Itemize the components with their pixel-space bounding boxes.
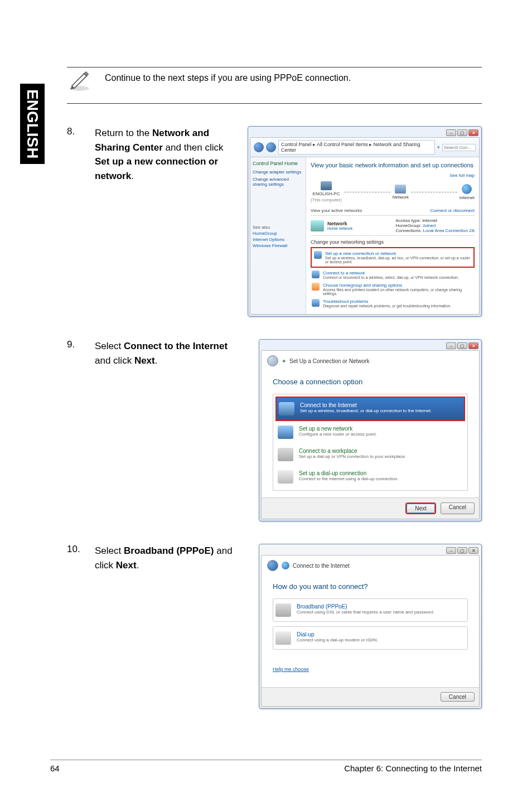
step-number: 8. <box>67 126 86 137</box>
globe-icon <box>282 562 289 569</box>
back-icon[interactable] <box>254 142 264 152</box>
homegroup-link[interactable]: HomeGroup <box>253 231 303 236</box>
note-text: Continue to the next steps if you are us… <box>105 67 351 83</box>
connect-icon <box>312 270 320 278</box>
cancel-button[interactable]: Cancel <box>441 503 475 514</box>
close-icon[interactable]: ✕ <box>468 547 478 554</box>
broadband-pppoe-option[interactable]: Broadband (PPPoE)Connect using DSL or ca… <box>273 598 468 622</box>
change-sharing-link[interactable]: Change advanced sharing settings <box>253 177 303 187</box>
see-also-label: See also <box>253 225 303 230</box>
highlighted-option: Set up a new connection or networkSet up… <box>311 247 475 268</box>
maximize-icon[interactable]: ▢ <box>457 547 467 554</box>
language-tab: ENGLISH <box>20 84 45 164</box>
setup-new-connection-link[interactable]: Set up a new connection or networkSet up… <box>313 249 472 265</box>
cancel-button[interactable]: Cancel <box>441 692 475 702</box>
setup-connection-icon <box>314 251 322 259</box>
computer-icon <box>321 181 332 190</box>
minimize-icon[interactable]: – <box>446 547 456 554</box>
wizard-question: How do you want to connect? <box>273 582 468 591</box>
dialup-icon <box>275 631 291 645</box>
search-input[interactable] <box>442 144 476 151</box>
troubleshoot-icon <box>312 299 320 307</box>
control-panel-home-link[interactable]: Control Panel Home <box>253 161 303 166</box>
broadband-icon <box>275 603 291 617</box>
wizard-title: Connect to the Internet <box>293 563 350 569</box>
wizard-title: Set Up a Connection or Network <box>289 358 369 364</box>
chapter-title: Chapter 6: Connecting to the Internet <box>344 764 482 773</box>
connect-network-link[interactable]: Connect to a networkConnect or reconnect… <box>311 269 475 281</box>
change-adapter-link[interactable]: Change adapter settings <box>253 170 303 175</box>
globe-monitor-icon <box>279 402 294 416</box>
highlighted-option: Connect to the InternetSet up a wireless… <box>275 397 465 421</box>
connect-disconnect-link[interactable]: Connect or disconnect <box>430 208 475 213</box>
step-number: 9. <box>67 339 86 350</box>
internet-options-link[interactable]: Internet Options <box>253 237 303 242</box>
step-8-text: Return to the Network and Sharing Center… <box>95 126 239 183</box>
pencil-note-icon <box>67 67 91 92</box>
network-type-link[interactable]: Home network <box>327 226 352 230</box>
network-status-icon <box>311 220 324 231</box>
close-icon[interactable]: ✕ <box>468 342 478 349</box>
wizard-back-icon[interactable] <box>267 355 278 366</box>
close-icon[interactable]: ✕ <box>468 129 478 136</box>
connect-internet-option[interactable]: Connect to the InternetSet up a wireless… <box>277 398 464 420</box>
internet-icon <box>462 184 472 194</box>
ns-heading: View your basic network information and … <box>311 162 475 168</box>
setup-dialup-option[interactable]: Set up a dial-up connectionConnect to th… <box>275 466 465 488</box>
step-10-text: Select Broadband (PPPoE) and click Next. <box>95 544 250 572</box>
wizard-back-icon[interactable] <box>267 560 278 571</box>
dialup-option[interactable]: Dial-upConnect using a dial-up modem or … <box>273 626 468 650</box>
forward-icon[interactable] <box>266 142 276 152</box>
step-9-text: Select Connect to the Internet and click… <box>95 339 250 368</box>
connect-workplace-option[interactable]: Connect to a workplaceSet up a dial-up o… <box>275 443 465 466</box>
setup-new-network-option[interactable]: Set up a new networkConfigure a new rout… <box>275 421 465 443</box>
change-settings-header: Change your networking settings <box>311 239 475 245</box>
maximize-icon[interactable]: ▢ <box>457 129 467 136</box>
network-sharing-center-window: – ▢ ✕ Control Panel ▸ All Control Panel … <box>248 126 482 317</box>
network-icon <box>395 185 406 194</box>
see-full-map-link[interactable]: See full map <box>311 173 475 178</box>
page-number: 64 <box>50 764 60 773</box>
homegroup-icon <box>312 283 320 291</box>
minimize-icon[interactable]: – <box>446 342 456 349</box>
wizard-question: Choose a connection option <box>273 378 468 386</box>
dialup-icon <box>278 470 293 484</box>
minimize-icon[interactable]: – <box>446 129 456 136</box>
step-number: 10. <box>67 544 86 555</box>
router-icon <box>278 426 293 439</box>
setup-connection-wizard: – ▢ ✕ ✦ Set Up a Connection or Network C… <box>259 339 482 521</box>
connect-internet-wizard: – ▢ ✕ Connect to the Internet How do you… <box>259 544 482 709</box>
maximize-icon[interactable]: ▢ <box>457 342 467 349</box>
help-me-choose-link[interactable]: Help me choose <box>273 666 468 672</box>
next-button[interactable]: Next <box>407 504 435 513</box>
windows-firewall-link[interactable]: Windows Firewall <box>253 243 303 248</box>
troubleshoot-link[interactable]: Troubleshoot problemsDiagnose and repair… <box>311 297 475 310</box>
breadcrumb[interactable]: Control Panel ▸ All Control Panel Items … <box>278 140 435 154</box>
workplace-icon <box>278 448 293 461</box>
homegroup-options-link[interactable]: Choose homegroup and sharing optionsAcce… <box>311 281 475 297</box>
